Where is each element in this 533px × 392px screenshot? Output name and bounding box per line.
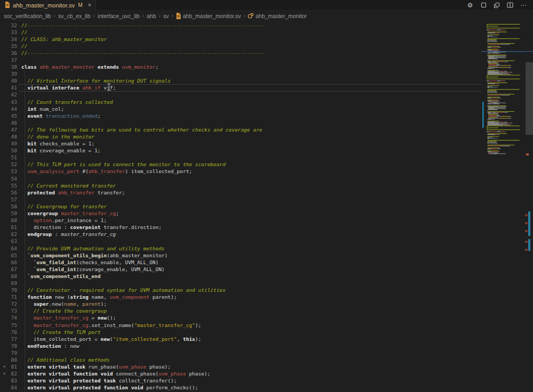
- code-line[interactable]: 47 // The following two bits are used to…: [0, 126, 481, 133]
- breadcrumb-item-interface_uvc_lib[interactable]: interface_uvc_lib: [98, 13, 140, 19]
- line-number[interactable]: 66: [0, 259, 17, 266]
- open-changes-icon[interactable]: [493, 2, 500, 9]
- code-line[interactable]: 44 int num_col;: [0, 105, 481, 112]
- code-line[interactable]: 45 event transaction_ended;: [0, 112, 481, 119]
- line-number[interactable]: 41: [0, 84, 17, 91]
- code-line[interactable]: 42: [0, 91, 481, 98]
- code-line[interactable]: 69: [0, 280, 481, 287]
- code-line[interactable]: 77 item_collected_port = new("item_colle…: [0, 336, 481, 342]
- line-number[interactable]: 79: [0, 349, 17, 356]
- line-number[interactable]: 37: [0, 56, 17, 63]
- code-line[interactable]: 49 bit checks_enable = 1;: [0, 140, 481, 147]
- line-number[interactable]: 40: [0, 77, 17, 84]
- code-line[interactable]: 40 // Virtual Interface for monitoring D…: [0, 77, 481, 84]
- code-line[interactable]: 80 // Additional class methods: [0, 356, 481, 363]
- line-number[interactable]: 47: [0, 126, 17, 133]
- line-number[interactable]: 76: [0, 329, 17, 336]
- code-line[interactable]: ➤82 extern virtual function void connect…: [0, 370, 481, 377]
- line-number[interactable]: 48: [0, 133, 17, 140]
- code-line[interactable]: 53 uvm_analysis_port #(ahb_transfer) ite…: [0, 168, 481, 175]
- line-number[interactable]: 54: [0, 175, 17, 182]
- code-line[interactable]: 33//: [0, 29, 481, 36]
- breadcrumb-item-ahb_master_monitor[interactable]: ahb_master_monitor: [248, 13, 306, 19]
- line-number[interactable]: 62: [0, 231, 17, 238]
- code-line[interactable]: 73 // Create the covergroup: [0, 307, 481, 314]
- code-line[interactable]: 54: [0, 175, 481, 182]
- line-number[interactable]: 51: [0, 154, 17, 161]
- code-line[interactable]: 65 `uvm_component_utils_begin(ahb_master…: [0, 252, 481, 259]
- line-number[interactable]: 77: [0, 336, 17, 342]
- code-line[interactable]: 59 covergroup master_transfer_cg;: [0, 210, 481, 217]
- code-line[interactable]: 41 virtual interface ahb_if vif;: [0, 84, 481, 91]
- line-number[interactable]: 73: [0, 307, 17, 314]
- code-line[interactable]: 55 // Current monitored transfer: [0, 182, 481, 189]
- line-number[interactable]: 75: [0, 322, 17, 329]
- line-number[interactable]: 53: [0, 168, 17, 175]
- line-number[interactable]: 49: [0, 140, 17, 147]
- line-number[interactable]: 45: [0, 112, 17, 119]
- line-number[interactable]: 65: [0, 252, 17, 259]
- line-number[interactable]: 71: [0, 293, 17, 300]
- line-number[interactable]: 64: [0, 245, 17, 252]
- line-number[interactable]: 63: [0, 238, 17, 244]
- code-line[interactable]: 46: [0, 119, 481, 126]
- code-line[interactable]: 76 // Create the TLM port: [0, 329, 481, 336]
- code-line[interactable]: 34// CLASS: ahb_master_monitor: [0, 36, 481, 43]
- split-editor-icon[interactable]: [506, 2, 514, 9]
- line-number[interactable]: 83: [0, 377, 17, 384]
- code-line[interactable]: 50 bit coverage_enable = 1;: [0, 147, 481, 154]
- line-number[interactable]: 69: [0, 280, 17, 287]
- code-line[interactable]: 38class ahb_master_monitor extends uvm_m…: [0, 63, 481, 70]
- close-icon[interactable]: ×: [88, 2, 91, 8]
- method-link-arrow-icon[interactable]: ➤: [1, 364, 5, 369]
- line-number[interactable]: 78: [0, 342, 17, 349]
- code-line[interactable]: 43 // Count transfers collected: [0, 99, 481, 105]
- code-line[interactable]: 67 `uvm_field_int(coverage_enable, UVM_A…: [0, 266, 481, 273]
- code-line[interactable]: 37: [0, 56, 481, 63]
- code-line[interactable]: 83 extern virtual protected task collect…: [0, 377, 481, 384]
- code-line[interactable]: 66 `uvm_field_int(checks_enable, UVM_ALL…: [0, 259, 481, 266]
- line-number[interactable]: 35: [0, 43, 17, 50]
- settings-gear-icon[interactable]: ⚙: [466, 2, 474, 9]
- code-line[interactable]: 60 option.per_instance = 1;: [0, 217, 481, 224]
- line-number[interactable]: 36: [0, 50, 17, 56]
- minimap[interactable]: [481, 21, 525, 392]
- code-line[interactable]: 64 // Provide UVM automation and utility…: [0, 245, 481, 252]
- code-line[interactable]: ➤81 extern virtual task run_phase(uvm_ph…: [0, 363, 481, 370]
- code-line[interactable]: 57: [0, 196, 481, 203]
- code-line[interactable]: 70 // Constructor - required syntax for …: [0, 287, 481, 293]
- breadcrumb-item-ahb[interactable]: ahb: [147, 13, 156, 19]
- line-number[interactable]: 42: [0, 91, 17, 98]
- line-number[interactable]: 38: [0, 63, 17, 70]
- code-line[interactable]: 75 master_transfer_cg.set_inst_name("mas…: [0, 322, 481, 329]
- line-number[interactable]: 32: [0, 22, 17, 29]
- line-number[interactable]: 43: [0, 99, 17, 105]
- line-number[interactable]: 72: [0, 300, 17, 307]
- line-number[interactable]: 55: [0, 182, 17, 189]
- line-number[interactable]: 59: [0, 210, 17, 217]
- method-link-arrow-icon[interactable]: ➤: [1, 371, 5, 376]
- code-area[interactable]: 32//------------------------------------…: [0, 21, 481, 392]
- code-line[interactable]: 72 super.new(name, parent);: [0, 300, 481, 307]
- line-number[interactable]: 74: [0, 314, 17, 321]
- code-line[interactable]: 71 function new (string name, uvm_compon…: [0, 293, 481, 300]
- code-line[interactable]: 39: [0, 70, 481, 77]
- code-line[interactable]: 52 // This TLM port is used to connect t…: [0, 161, 481, 168]
- line-number[interactable]: 52: [0, 161, 17, 168]
- line-number[interactable]: 39: [0, 70, 17, 77]
- line-number[interactable]: 34: [0, 36, 17, 43]
- code-line[interactable]: 56 protected ahb_transfer transfer;: [0, 189, 481, 196]
- code-line[interactable]: 36//------------------------------------…: [0, 50, 481, 56]
- line-number[interactable]: 61: [0, 224, 17, 231]
- code-line[interactable]: 61 direction : coverpoint transfer.direc…: [0, 224, 481, 231]
- code-line[interactable]: 78 endfunction : new: [0, 342, 481, 349]
- tab-ahb-master-monitor[interactable]: ahb_master_monitor.sv M ×: [0, 0, 96, 10]
- code-line[interactable]: 84 extern virtual protected function voi…: [0, 384, 481, 391]
- breadcrumb-item-ahb_master_monitor.sv[interactable]: ahb_master_monitor.sv: [176, 13, 241, 19]
- scrollbar[interactable]: [525, 21, 533, 392]
- code-line[interactable]: 35//: [0, 43, 481, 50]
- code-line[interactable]: 48 // done in the monitor: [0, 133, 481, 140]
- scrollbar-thumb[interactable]: [526, 62, 533, 135]
- line-number[interactable]: 57: [0, 196, 17, 203]
- line-number[interactable]: 60: [0, 217, 17, 224]
